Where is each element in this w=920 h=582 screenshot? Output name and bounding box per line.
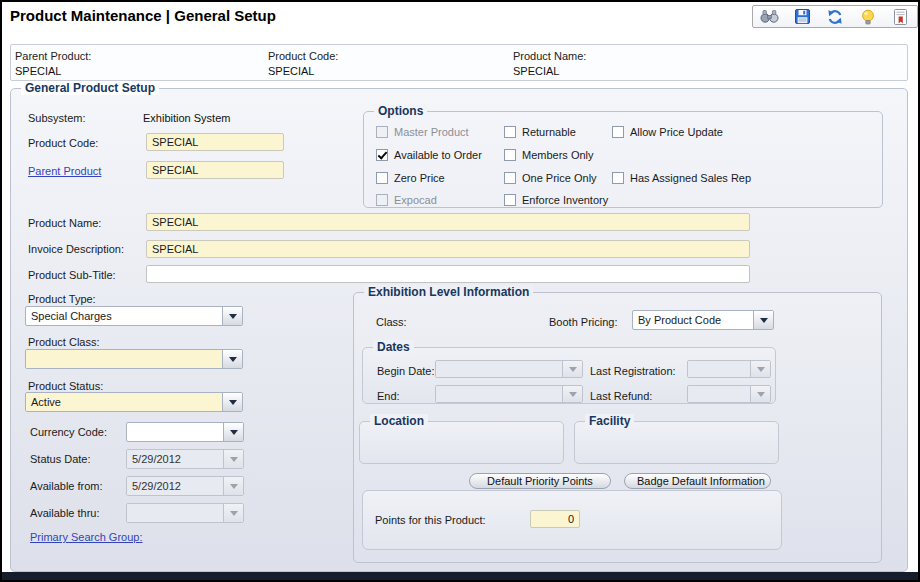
dates-group: Dates Begin Date: Last Registration: End… [362,347,776,404]
badge-default-information-button[interactable]: Badge Default Information [624,473,771,489]
booth-pricing-dropdown-arrow-icon[interactable] [753,311,773,329]
toolbar [752,5,918,28]
page-title: Product Maintenance | General Setup [10,7,276,24]
default-priority-points-button[interactable]: Default Priority Points [469,473,611,489]
end-date-field [435,385,583,403]
invoice-description-input[interactable]: SPECIAL [146,240,750,258]
checkbox-zero-price[interactable]: Zero Price [376,172,445,184]
last-registration-dropdown-arrow-icon [750,361,770,377]
product-name-input[interactable]: SPECIAL [146,213,750,231]
options-group: Options Master Product Returnable Allow … [363,111,883,208]
header-product-code-value: SPECIAL [268,65,314,77]
checkbox-members-only[interactable]: Members Only [504,149,594,161]
begin-date-label: Begin Date: [377,365,434,377]
binoculars-search-icon[interactable] [759,8,779,26]
status-date-dropdown-arrow-icon [223,450,243,468]
product-type-dropdown[interactable]: Special Charges [25,306,243,326]
dates-legend: Dates [373,340,414,354]
general-product-setup-legend: General Product Setup [21,81,159,95]
status-date-label: Status Date: [30,453,91,465]
product-type-dropdown-arrow-icon[interactable] [222,307,242,325]
class-label: Class: [376,316,407,328]
invoice-description-label: Invoice Description: [28,243,124,255]
checkbox-has-assigned-sales-rep[interactable]: Has Assigned Sales Rep [612,172,751,184]
checkbox-expocad[interactable]: Expocad [376,194,437,206]
expocad-checkbox-icon[interactable] [376,194,388,206]
header-parent-product-label: Parent Product: [15,50,91,62]
available-thru-field [126,503,244,523]
report-icon[interactable] [891,8,911,26]
members-only-checkbox-icon[interactable] [504,149,516,161]
subsystem-value: Exhibition System [143,112,230,124]
general-product-setup-group: General Product Setup Subsystem: Exhibit… [10,88,908,572]
checkbox-allow-price-update[interactable]: Allow Price Update [612,126,723,138]
end-label: End: [377,390,400,402]
product-status-label: Product Status: [28,380,103,392]
last-refund-dropdown-arrow-icon [750,386,770,402]
options-legend: Options [374,104,427,118]
points-panel: Points for this Product: 0 [362,490,782,550]
points-for-product-label: Points for this Product: [375,514,486,526]
available-to-order-checkbox-icon[interactable] [376,149,388,161]
available-from-dropdown-arrow-icon [223,477,243,495]
checkbox-enforce-inventory[interactable]: Enforce Inventory [504,194,608,206]
product-maintenance-window: Product Maintenance | General Setup [0,0,920,582]
parent-product-input[interactable]: SPECIAL [146,161,284,179]
master-product-checkbox-icon[interactable] [376,126,388,138]
product-name-label: Product Name: [28,217,101,229]
begin-date-field [435,360,583,378]
one-price-only-checkbox-icon[interactable] [504,172,516,184]
available-thru-dropdown-arrow-icon [223,504,243,522]
record-header-strip: Parent Product: SPECIAL Product Code: SP… [10,44,908,81]
checkbox-master-product[interactable]: Master Product [376,126,469,138]
product-status-dropdown[interactable]: Active [25,392,243,412]
header-product-code-label: Product Code: [268,50,338,62]
allow-price-update-checkbox-icon[interactable] [612,126,624,138]
location-group: Location [359,421,564,464]
product-class-dropdown[interactable] [25,349,243,369]
subsystem-label: Subsystem: [28,112,85,124]
last-refund-field [687,385,771,403]
available-from-label: Available from: [30,480,103,492]
product-code-input[interactable]: SPECIAL [146,133,284,151]
points-for-product-input[interactable]: 0 [530,510,580,528]
enforce-inventory-checkbox-icon[interactable] [504,194,516,206]
product-sub-title-input[interactable] [146,265,750,283]
product-class-label: Product Class: [28,336,100,348]
checkbox-returnable[interactable]: Returnable [504,126,576,138]
exhibition-level-information-group: Exhibition Level Information Class: Boot… [353,292,882,563]
location-legend: Location [370,414,428,428]
save-icon[interactable] [792,8,812,26]
last-refund-label: Last Refund: [590,390,652,402]
header-parent-product-value: SPECIAL [15,65,61,77]
facility-legend: Facility [585,414,634,428]
header-product-name-value: SPECIAL [513,65,559,77]
product-type-label: Product Type: [28,293,96,305]
primary-search-group-link[interactable]: Primary Search Group: [30,531,142,543]
last-registration-label: Last Registration: [590,365,676,377]
product-code-label: Product Code: [28,137,98,149]
begin-date-dropdown-arrow-icon [562,361,582,377]
zero-price-checkbox-icon[interactable] [376,172,388,184]
product-status-dropdown-arrow-icon[interactable] [222,393,242,411]
last-registration-field [687,360,771,378]
has-assigned-sales-rep-checkbox-icon[interactable] [612,172,624,184]
currency-code-label: Currency Code: [30,426,107,438]
checkbox-one-price-only[interactable]: One Price Only [504,172,597,184]
booth-pricing-dropdown[interactable]: By Product Code [632,310,774,330]
currency-code-dropdown-arrow-icon[interactable] [223,423,243,441]
exhibition-level-information-legend: Exhibition Level Information [364,285,533,299]
tip-lightbulb-icon[interactable] [858,8,878,26]
facility-group: Facility [574,421,779,464]
available-thru-label: Available thru: [30,507,100,519]
available-from-field: 5/29/2012 [126,476,244,496]
returnable-checkbox-icon[interactable] [504,126,516,138]
status-date-field: 5/29/2012 [126,449,244,469]
refresh-icon[interactable] [825,8,845,26]
product-class-dropdown-arrow-icon[interactable] [222,350,242,368]
product-sub-title-label: Product Sub-Title: [28,269,116,281]
checkbox-available-to-order[interactable]: Available to Order [376,149,482,161]
booth-pricing-label: Booth Pricing: [549,316,617,328]
currency-code-dropdown[interactable] [126,422,244,442]
parent-product-link[interactable]: Parent Product [28,165,101,177]
